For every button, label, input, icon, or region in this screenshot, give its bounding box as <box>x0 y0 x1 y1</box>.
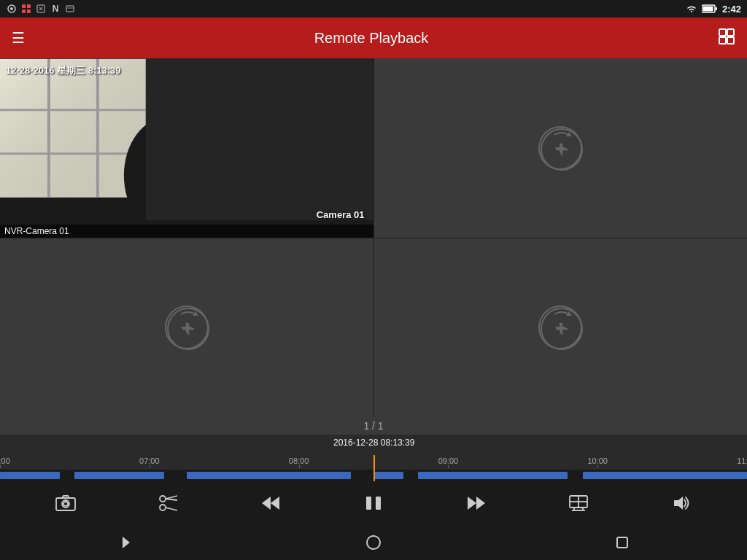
svg-marker-61 <box>674 497 683 510</box>
camera-footer: NVR-Camera 01 <box>0 225 374 238</box>
status-left-icons: N <box>6 3 76 15</box>
svg-rect-15 <box>727 29 734 36</box>
clock: 2:42 <box>722 4 741 15</box>
svg-rect-13 <box>703 7 713 12</box>
svg-rect-17 <box>727 37 734 44</box>
multi-screen-button[interactable] <box>562 487 595 519</box>
fast-forward-button[interactable] <box>460 487 492 519</box>
playhead-segments <box>374 470 375 481</box>
battery-icon <box>702 4 718 13</box>
recording-segment-1 <box>74 472 164 479</box>
controls-bar <box>0 481 747 525</box>
home-button[interactable] <box>352 528 395 557</box>
snapshot-button[interactable] <box>50 487 82 519</box>
add-camera-button-4[interactable] <box>538 306 582 349</box>
svg-rect-20 <box>0 58 146 198</box>
svg-rect-14 <box>719 29 726 36</box>
recording-segment-3 <box>374 472 403 479</box>
svg-rect-64 <box>617 537 627 548</box>
svg-line-48 <box>166 499 177 500</box>
play-pause-button[interactable] <box>357 487 390 519</box>
back-button[interactable] <box>103 528 147 557</box>
rewind-button[interactable] <box>255 487 287 519</box>
timeline-label-0: 06:00 <box>0 456 10 465</box>
camera-cell-1[interactable]: 12-28-2016 星期三 8:13:39 Camera 01 NVR-Cam… <box>0 58 374 238</box>
timeline-label-2: 08:00 <box>289 456 309 465</box>
svg-rect-28 <box>146 58 374 220</box>
svg-point-45 <box>160 496 166 502</box>
status-right-icons: 2:42 <box>686 4 741 15</box>
svg-marker-50 <box>262 497 271 510</box>
app-icon-box <box>64 3 76 15</box>
recording-segment-0 <box>0 472 60 479</box>
page-indicator: 1 / 1 <box>0 417 747 435</box>
timeline-label-4: 10:00 <box>587 456 608 465</box>
svg-line-47 <box>166 508 177 510</box>
svg-point-43 <box>63 502 68 506</box>
volume-button[interactable] <box>665 487 697 519</box>
add-camera-button-3[interactable] <box>165 306 209 349</box>
video-grid: 12-28-2016 星期三 8:13:39 Camera 01 NVR-Cam… <box>0 58 747 417</box>
svg-rect-16 <box>719 37 726 44</box>
notification-icon <box>6 3 18 15</box>
wifi-icon <box>686 4 697 14</box>
svg-rect-51 <box>366 497 371 510</box>
svg-rect-9 <box>66 6 74 12</box>
svg-rect-52 <box>376 497 381 510</box>
svg-marker-53 <box>468 497 476 510</box>
add-camera-button-2[interactable] <box>538 126 582 170</box>
recording-segment-4 <box>418 472 568 479</box>
recording-segment-5 <box>583 472 747 479</box>
camera-label: Camera 01 <box>317 209 365 220</box>
svg-marker-54 <box>476 497 485 510</box>
app-icon-2 <box>35 3 47 15</box>
camera-cell-4[interactable] <box>374 238 748 418</box>
svg-point-63 <box>367 536 380 549</box>
timeline-label-3: 09:00 <box>438 456 459 465</box>
svg-marker-62 <box>123 537 130 548</box>
layout-button[interactable] <box>718 28 735 49</box>
svg-rect-12 <box>715 7 717 10</box>
recording-segment-2 <box>187 472 351 479</box>
svg-rect-5 <box>27 9 31 13</box>
svg-rect-3 <box>27 4 31 8</box>
clip-button[interactable] <box>152 487 185 519</box>
timeline-label-5: 11:00 <box>737 456 747 465</box>
camera-cell-2[interactable] <box>374 58 748 238</box>
camera-feed-1 <box>0 58 374 220</box>
svg-rect-4 <box>22 9 26 13</box>
svg-point-44 <box>160 505 166 510</box>
timeline-label-1: 07:00 <box>139 456 160 465</box>
timeline-section[interactable]: 2016-12-28 08:13:39 06:0007:0008:0009:00… <box>0 435 747 481</box>
app-bar: ☰ Remote Playback <box>0 18 747 58</box>
menu-button[interactable]: ☰ <box>12 29 25 47</box>
svg-marker-49 <box>271 497 279 510</box>
camera-cell-3[interactable] <box>0 238 374 418</box>
svg-rect-2 <box>22 4 26 8</box>
timeline-date-label: 2016-12-28 08:13:39 <box>333 438 414 448</box>
app-icon-n: N <box>50 3 61 15</box>
recent-apps-button[interactable] <box>600 528 644 557</box>
status-bar: N 2:42 <box>0 0 747 18</box>
page-title: Remote Playback <box>314 30 429 47</box>
app-icon-1 <box>20 3 32 15</box>
svg-point-1 <box>10 7 13 10</box>
playhead <box>374 455 375 470</box>
nav-bar <box>0 525 747 560</box>
camera-timestamp: 12-28-2016 星期三 8:13:39 <box>6 64 121 77</box>
